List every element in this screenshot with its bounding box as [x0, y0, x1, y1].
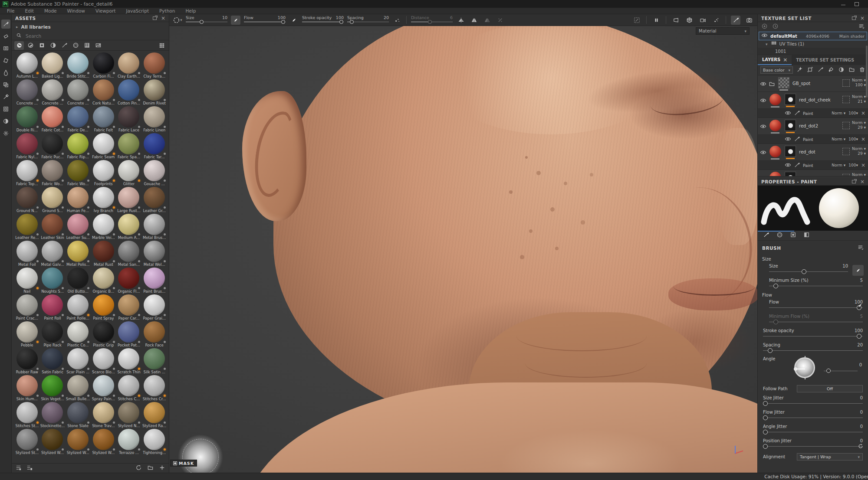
- asset-item[interactable]: Stylized N...: [116, 402, 142, 429]
- instances-filter-icon[interactable]: [772, 23, 779, 31]
- blend-mode[interactable]: Norm ▾: [852, 78, 866, 83]
- layer-row[interactable]: red_dot2Norm ▾29 ▾: [758, 118, 868, 135]
- asset-item[interactable]: Paper Car...: [116, 294, 142, 321]
- asset-item[interactable]: Scar Plain ...: [65, 348, 91, 375]
- asset-item[interactable]: Bride Stitc...: [65, 52, 91, 79]
- asset-item[interactable]: Organic Fl...: [116, 268, 142, 294]
- asset-item[interactable]: Clay Terra...: [141, 52, 167, 79]
- asset-item[interactable]: Ground N...: [14, 187, 40, 214]
- detach-panel-icon[interactable]: [852, 180, 856, 183]
- asset-item[interactable]: Pipe Rack: [40, 321, 66, 348]
- follow-path-toggle[interactable]: Off: [797, 385, 863, 392]
- blend-mode[interactable]: Norm ▾: [852, 173, 866, 176]
- asset-item[interactable]: Leather Gr...: [141, 187, 167, 214]
- asset-item[interactable]: Skin Veget...: [40, 375, 66, 402]
- asset-item[interactable]: Paint Brus...: [141, 268, 167, 294]
- delete-paint-icon[interactable]: ×: [861, 163, 865, 168]
- asset-item[interactable]: Metal Rust: [91, 241, 116, 268]
- menu-edit[interactable]: Edit: [20, 8, 39, 13]
- uv-tile-1001[interactable]: 1001: [758, 48, 868, 55]
- asset-item[interactable]: Satin Fabric: [40, 348, 66, 375]
- asset-item[interactable]: Metal Polis...: [65, 241, 91, 268]
- asset-item[interactable]: Terrazzo ...: [116, 429, 142, 456]
- material-tab-icon[interactable]: [803, 232, 810, 239]
- asset-item[interactable]: Stylized Ra...: [141, 402, 167, 429]
- asset-item[interactable]: Fabric Linen: [141, 106, 167, 133]
- asset-item[interactable]: Leather Re...: [14, 214, 40, 241]
- blend-mode[interactable]: Norm ▾: [852, 147, 866, 151]
- asset-item[interactable]: Leather Su...: [65, 214, 91, 241]
- opacity-value[interactable]: 100 ▾: [855, 83, 866, 88]
- size-pressure-icon[interactable]: [231, 16, 240, 25]
- slider-size[interactable]: Size10: [758, 262, 868, 277]
- close-panel-icon[interactable]: ×: [161, 16, 165, 21]
- viewport-3d[interactable]: Material ▾ MASK: [169, 26, 757, 473]
- asset-item[interactable]: Ivy Branch: [91, 187, 116, 214]
- add-folder-icon[interactable]: [147, 464, 154, 472]
- refresh-shelf-icon[interactable]: [135, 464, 142, 472]
- asset-item[interactable]: Stockinette...: [40, 402, 66, 429]
- asset-item[interactable]: Autumn L...: [14, 52, 40, 79]
- asset-item[interactable]: Stone Slate: [65, 402, 91, 429]
- layer-group-row[interactable]: GB_spotNorm ▾100 ▾: [758, 75, 868, 92]
- asset-item[interactable]: Fabric Rip...: [65, 133, 91, 160]
- asset-item[interactable]: Carbon Fi...: [91, 52, 116, 79]
- asset-item[interactable]: Metal San...: [116, 241, 142, 268]
- layer-fill-layer-icon[interactable]: [828, 66, 834, 74]
- stencil-tab-icon[interactable]: [790, 232, 796, 239]
- asset-item[interactable]: Paint Roll: [40, 294, 66, 321]
- randomize-icon[interactable]: [858, 443, 864, 451]
- brush-tab-icon[interactable]: [763, 232, 769, 239]
- asset-item[interactable]: Metal Galv...: [40, 241, 66, 268]
- blend-mode[interactable]: Norm ▾: [852, 95, 866, 99]
- slider-flow[interactable]: Flow100: [758, 298, 868, 313]
- delete-paint-icon[interactable]: ×: [861, 137, 865, 142]
- asset-item[interactable]: Marble Vei...: [91, 214, 116, 241]
- paint-blend-mode[interactable]: Norm ▾: [832, 111, 845, 115]
- asset-item[interactable]: Small Bulle...: [65, 375, 91, 402]
- asset-item[interactable]: Stone Trav...: [91, 402, 116, 429]
- display-settings-tool[interactable]: [1, 129, 10, 138]
- asset-item[interactable]: Medium A...: [116, 214, 142, 241]
- asset-item[interactable]: Leather Skin: [40, 214, 66, 241]
- asset-item[interactable]: Scarce Blo...: [91, 348, 116, 375]
- menu-python[interactable]: Python: [154, 8, 180, 13]
- perspective-view-icon[interactable]: [671, 16, 681, 25]
- texture-set-row[interactable]: defaultMat 4096x4096 Main shader: [759, 32, 867, 40]
- asset-item[interactable]: Fabric De...: [65, 106, 91, 133]
- layer-wand-icon[interactable]: [796, 66, 803, 74]
- alphas-filter-icon[interactable]: [71, 41, 80, 50]
- asset-item[interactable]: Clay Earth...: [116, 52, 142, 79]
- flow-pressure-icon[interactable]: [289, 16, 299, 25]
- asset-item[interactable]: Fabric Cot...: [40, 106, 66, 133]
- asset-item[interactable]: Fabric Nyl...: [14, 133, 40, 160]
- asset-item[interactable]: Organic B...: [91, 268, 116, 294]
- list-view-icon[interactable]: [15, 464, 22, 472]
- channel-selector-dropdown[interactable]: Base color ▾: [760, 66, 793, 74]
- uv-tiles-row[interactable]: ▾ UV Tiles (1): [758, 40, 868, 48]
- asset-item[interactable]: Metal Wel...: [141, 241, 167, 268]
- angle-dial[interactable]: [794, 357, 815, 378]
- asset-item[interactable]: Fabric Lace: [116, 106, 142, 133]
- import-resources-icon[interactable]: [159, 464, 165, 472]
- asset-item[interactable]: Baked Lig...: [40, 52, 66, 79]
- brush-stencil-icon[interactable]: ▾: [173, 16, 182, 25]
- asset-item[interactable]: Concrete ...: [14, 79, 40, 106]
- asset-item[interactable]: Stylized W...: [40, 429, 66, 456]
- asset-item[interactable]: Fabric Spa...: [116, 133, 142, 160]
- layer-smart-mask-icon[interactable]: [838, 66, 845, 74]
- search-input[interactable]: [25, 33, 133, 39]
- eye-icon[interactable]: [760, 123, 766, 131]
- menu-javascript[interactable]: JavaScript: [121, 8, 154, 13]
- brushes-filter-icon[interactable]: [59, 41, 69, 50]
- asset-item[interactable]: Paint Crac...: [14, 294, 40, 321]
- menu-window[interactable]: Window: [62, 8, 90, 13]
- toolbar-spacing[interactable]: Spacing20: [347, 16, 389, 24]
- paint-blend-mode[interactable]: Norm ▾: [832, 137, 845, 141]
- asset-item[interactable]: Stitches C...: [116, 375, 142, 402]
- brush-options-icon[interactable]: [857, 244, 864, 251]
- screenshot-icon[interactable]: [744, 16, 754, 25]
- filters-filter-icon[interactable]: [48, 41, 58, 50]
- minimize-icon[interactable]: [841, 2, 846, 6]
- asset-item[interactable]: Fabric Wo...: [40, 160, 66, 187]
